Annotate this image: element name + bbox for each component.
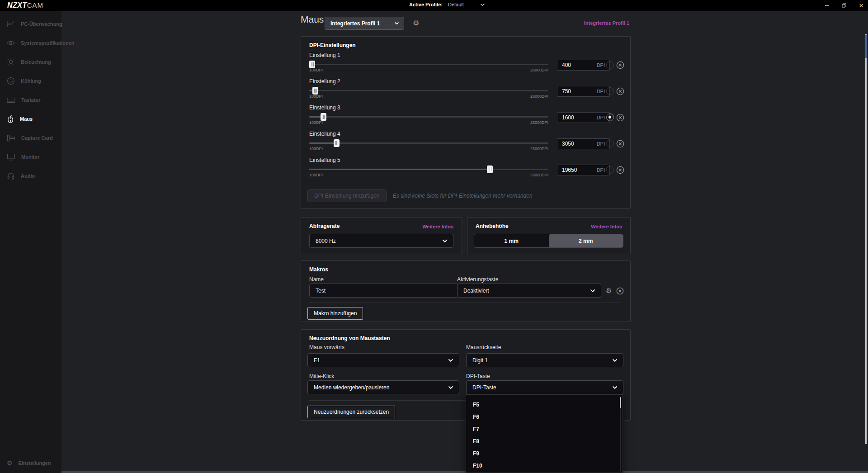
dropdown-option[interactable]: F6 [466, 411, 623, 423]
dpi-setting-label: Einstellung 4 [309, 131, 340, 137]
macro-settings-gear-icon[interactable]: ⚙ [606, 287, 612, 295]
page-scrollbar-track[interactable] [865, 34, 867, 444]
remove-dpi-icon[interactable] [616, 166, 624, 176]
activation-key-value: Deaktiviert [463, 288, 590, 294]
panel-title: Neuzuordnung von Maustasten [309, 335, 390, 341]
eye-icon [7, 40, 15, 46]
window-restore-button[interactable] [836, 0, 852, 11]
chevron-down-icon[interactable] [480, 3, 485, 6]
remove-dpi-icon[interactable] [616, 114, 624, 123]
add-macro-button[interactable]: Makro hinzufügen [307, 307, 363, 320]
remap-field-label: Mausrückseite [466, 344, 501, 350]
dpi-value-input[interactable]: 1600DPI [557, 112, 610, 123]
slider-handle[interactable] [487, 166, 493, 173]
remap-middle-click-select[interactable]: Medien wiedergeben/pausieren [307, 380, 459, 394]
profile-settings-gear-icon[interactable]: ⚙ [413, 19, 419, 27]
dpi-value: 400 [562, 62, 597, 68]
slider-fill [309, 169, 490, 170]
sidebar-item-kuehlung[interactable]: Kühlung [0, 71, 61, 90]
sidebar-item-pc-ueberwachung[interactable]: PC-Überwachung [0, 14, 61, 33]
dpi-slider[interactable] [309, 116, 548, 118]
dpi-slider[interactable] [309, 90, 548, 91]
chevron-down-icon [612, 386, 618, 389]
macro-name-input[interactable]: Test [309, 284, 458, 298]
dpi-unit-label: DPI [597, 115, 605, 120]
activation-key-select[interactable]: Deaktiviert [457, 284, 601, 298]
remap-back-select[interactable]: Digit 1 [466, 353, 623, 367]
sidebar-item-label: Beleuchtung [21, 59, 51, 65]
dropdown-option[interactable]: F5 [466, 398, 623, 411]
dpi-value-input[interactable]: 19650DPI [557, 165, 610, 175]
polling-rate-select[interactable]: 8000 Hz [309, 234, 453, 248]
close-icon: ✕ [859, 2, 864, 9]
dpi-slider[interactable] [309, 169, 548, 170]
panel-title: Abfragerate [309, 223, 340, 229]
slider-max-label: 26000DPI [309, 68, 548, 72]
dpi-setting-row: Einstellung 5 100DPI 26000DPI 19650DPI [309, 154, 622, 180]
dpi-setting-label: Einstellung 1 [309, 52, 340, 58]
sidebar-item-maus[interactable]: Maus [0, 109, 61, 128]
sidebar-item-audio[interactable]: Audio [0, 166, 61, 185]
active-profile-control[interactable]: Active Profile: Default [409, 2, 485, 7]
remove-dpi-icon[interactable] [616, 140, 624, 150]
dpi-active-radio[interactable] [606, 61, 614, 69]
keyboard-icon [7, 97, 15, 103]
dropdown-scrollbar-thumb[interactable] [620, 397, 621, 408]
window-close-button[interactable]: ✕ [854, 0, 868, 11]
sidebar-item-beleuchtung[interactable]: Beleuchtung [0, 52, 61, 71]
profile-select-value: Integriertes Profil 1 [330, 20, 394, 27]
sidebar-item-capture-card[interactable]: Capture Card [0, 128, 61, 147]
remove-dpi-icon[interactable] [616, 87, 624, 97]
logo-bold: NZXT [7, 1, 27, 9]
dpi-slider[interactable] [309, 64, 548, 65]
dpi-add-row: DPI-Einstellung hinzufügen Es sind keine… [307, 189, 533, 202]
active-profile-link[interactable]: Integriertes Profil 1 [542, 20, 629, 26]
sidebar-item-label: Audio [21, 173, 35, 179]
dpi-value-input[interactable]: 750DPI [557, 86, 610, 97]
dpi-setting-row: Einstellung 2 100DPI 26000DPI 750DPI [309, 76, 622, 102]
dropdown-option[interactable]: F10 [466, 459, 623, 472]
sidebar-item-systemspezifikationen[interactable]: Systemspezifikationen [0, 33, 61, 52]
slider-handle[interactable] [309, 61, 315, 68]
slider-handle[interactable] [334, 139, 340, 147]
remap-dpi-button-select[interactable]: DPI-Taste [466, 380, 623, 394]
add-dpi-setting-button[interactable]: DPI-Einstellung hinzufügen [307, 189, 387, 202]
slider-handle[interactable] [321, 113, 326, 121]
remove-dpi-icon[interactable] [616, 61, 624, 71]
dpi-active-radio[interactable] [606, 140, 614, 147]
page-scrollbar-thumb[interactable] [865, 35, 867, 58]
window-minimize-button[interactable] [819, 0, 835, 11]
headset-icon [7, 172, 15, 180]
dpi-value-input[interactable]: 3050DPI [557, 138, 610, 149]
sidebar-item-monitor[interactable]: Monitor [0, 147, 61, 166]
active-profile-value[interactable]: Default [448, 2, 464, 7]
dpi-active-radio[interactable] [606, 114, 614, 121]
dpi-setting-row: Einstellung 1 100DPI 26000DPI 400DPI [309, 49, 622, 76]
remap-dpi-button-value: DPI-Taste [472, 384, 612, 391]
slider-handle[interactable] [312, 87, 318, 95]
sidebar-item-label: Capture Card [21, 135, 53, 141]
dropdown-option[interactable]: F8 [466, 435, 623, 447]
dropdown-option[interactable]: F7 [466, 423, 623, 435]
polling-more-info-link[interactable]: Weitere Infos [422, 224, 453, 229]
liftoff-more-info-link[interactable]: Weitere Infos [591, 224, 622, 229]
chevron-down-icon [394, 22, 399, 25]
liftoff-option-2mm[interactable]: 2 mm [549, 234, 623, 247]
reset-remaps-button[interactable]: Neuzuordnungen zurücksetzen [307, 406, 395, 418]
sidebar-item-label: Maus [20, 116, 33, 122]
logo-light: CAM [27, 1, 43, 9]
remap-forward-select[interactable]: F1 [307, 353, 459, 367]
dpi-active-radio[interactable] [606, 87, 614, 95]
dpi-slider[interactable] [309, 142, 548, 144]
macro-delete-icon[interactable] [616, 287, 624, 296]
profile-select[interactable]: Integriertes Profil 1 [325, 17, 404, 30]
polling-rate-panel: Abfragerate Weitere Infos 8000 Hz [301, 217, 462, 254]
dropdown-scrollbar-track[interactable] [620, 409, 621, 472]
sidebar-item-tastatur[interactable]: Tastatur [0, 90, 61, 109]
dpi-value-input[interactable]: 400DPI [557, 60, 610, 71]
dropdown-option[interactable]: F9 [466, 447, 623, 459]
dpi-active-radio[interactable] [606, 166, 614, 174]
sidebar-item-einstellungen[interactable]: ⚙ Einstellungen [0, 455, 61, 470]
liftoff-option-1mm[interactable]: 1 mm [474, 234, 549, 247]
remap-field-label: Mitte-Klick [309, 373, 334, 379]
